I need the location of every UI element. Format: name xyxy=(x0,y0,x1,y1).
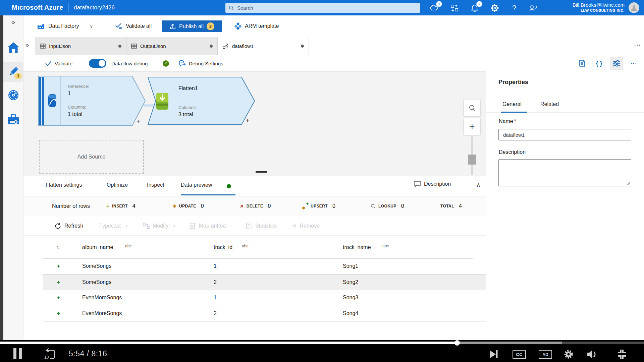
script-button[interactable] xyxy=(575,57,588,70)
skip-next-icon xyxy=(488,349,498,359)
remove-button[interactable]: ✕ Remove xyxy=(292,216,320,236)
statistics-button[interactable]: Statistics xyxy=(246,216,277,236)
exit-fullscreen-button[interactable] xyxy=(616,349,627,360)
validate-button[interactable]: Validate xyxy=(45,55,72,71)
help-button[interactable]: ? xyxy=(509,3,519,13)
modify-button[interactable]: Modify ∨ xyxy=(143,216,176,236)
table-row[interactable]: + EvenMoreSongs 2 Song4 xyxy=(43,306,497,322)
properties-title: Properties xyxy=(498,79,528,86)
tab-label: InputJson xyxy=(49,43,71,49)
tab-inputjson[interactable]: InputJson xyxy=(35,37,126,55)
debug-ready-indicator: ✓ xyxy=(163,55,169,71)
rewind-10-button[interactable]: 10 xyxy=(43,348,56,360)
avatar[interactable] xyxy=(629,2,639,13)
description-toggle-button[interactable]: Description xyxy=(414,181,451,187)
tab-optimize[interactable]: Optimize xyxy=(107,182,128,188)
collapse-panel-chevron[interactable]: ∧ xyxy=(476,181,480,188)
tab-inspect[interactable]: Inspect xyxy=(147,182,164,188)
closed-captions-button[interactable]: CC xyxy=(513,350,526,359)
tab-dataflow1[interactable]: dataflow1 xyxy=(218,37,309,55)
canvas-search-button[interactable] xyxy=(464,100,480,116)
audio-description-button[interactable]: AD xyxy=(539,350,552,359)
zoom-slider-thumb[interactable] xyxy=(468,155,476,165)
source-dataset-icon xyxy=(48,94,56,107)
refresh-button[interactable]: Refresh xyxy=(54,216,83,236)
dataflow-canvas[interactable]: Reference: 1 Columns: 1 total + Flatten1… xyxy=(23,71,486,176)
map-drifted-button[interactable]: Map drifted xyxy=(189,216,226,236)
toolbar-more-button[interactable]: ⋯ xyxy=(627,57,641,70)
tab-flatten-settings[interactable]: Flatten settings xyxy=(46,182,82,188)
chevron-down-icon: ∨ xyxy=(125,224,128,228)
tab-related[interactable]: Related xyxy=(540,101,559,107)
insert-row-icon: + xyxy=(57,263,60,269)
dataflow-debug-toggle[interactable] xyxy=(89,59,106,68)
column-header-track-name[interactable]: track_name xyxy=(343,244,371,250)
dataflow-right-tools: { } ⋯ xyxy=(575,55,641,71)
sort-icon[interactable]: ↑↓ xyxy=(56,244,59,250)
player-settings-button[interactable] xyxy=(564,349,574,359)
tab-bar-more-icon[interactable]: ⋯ xyxy=(634,41,641,49)
flatten-node[interactable]: Flatten1 Columns: 3 total + xyxy=(148,77,255,125)
name-input[interactable] xyxy=(498,129,631,140)
global-search[interactable] xyxy=(225,3,420,13)
data-factory-icon xyxy=(37,22,45,30)
x-icon: ✕ xyxy=(292,223,297,229)
azure-brand[interactable]: Microsoft Azure xyxy=(12,4,63,11)
table-row[interactable]: + SomeSongs 2 Song2 xyxy=(43,275,497,290)
progress-track[interactable] xyxy=(0,342,644,344)
sidebar-expand-button[interactable]: » xyxy=(3,15,23,29)
delete-value: 0 xyxy=(268,203,271,209)
tab-general[interactable]: General xyxy=(502,101,522,107)
factory-resource-menu[interactable]: Data Factory ∨ xyxy=(37,15,93,37)
settings-sliders-button[interactable] xyxy=(610,57,623,70)
cell-track-name: Song2 xyxy=(343,279,358,285)
tab-data-preview[interactable]: Data preview xyxy=(181,182,212,188)
canvas-zoom-in-button[interactable]: + xyxy=(464,118,480,135)
cc-label: CC xyxy=(516,352,523,357)
validate-all-button[interactable]: Validate all xyxy=(115,15,152,37)
column-type-badge: abc xyxy=(125,244,131,248)
table-row[interactable]: + SomeSongs 1 Song1 xyxy=(43,259,497,275)
columns-label: Columns: xyxy=(178,105,197,110)
code-view-button[interactable]: { } xyxy=(592,57,606,70)
notifications-button[interactable]: 2 xyxy=(470,3,480,13)
add-transformation-button[interactable]: + xyxy=(136,118,140,125)
sidebar-item-manage[interactable] xyxy=(3,109,23,129)
typecast-button[interactable]: Typecast ∨ xyxy=(99,216,128,236)
add-transformation-button[interactable]: + xyxy=(246,117,250,124)
settings-button[interactable] xyxy=(490,3,500,13)
column-header-album-name[interactable]: album_name xyxy=(82,244,113,250)
table-row[interactable]: + EvenMoreSongs 1 Song3 xyxy=(43,290,497,306)
next-video-button[interactable] xyxy=(488,349,498,359)
tab-outputjson[interactable]: OutputJson xyxy=(126,37,218,55)
tabs-overflow-chevron[interactable]: » xyxy=(25,42,29,49)
description-textarea[interactable] xyxy=(498,159,631,186)
source-node-shape xyxy=(38,76,146,126)
source-node[interactable]: Reference: 1 Columns: 1 total + xyxy=(38,76,146,126)
volume-button[interactable] xyxy=(586,349,598,360)
canvas-hscrollbar-thumb[interactable] xyxy=(256,171,267,173)
comment-icon xyxy=(414,181,421,187)
switch-directory-button[interactable] xyxy=(449,3,460,13)
pause-button[interactable] xyxy=(13,348,22,359)
account-button[interactable]: Bill.Brooks@llwinc.com LLW CONSULTING IN… xyxy=(573,2,625,13)
cloud-shell-button[interactable]: 1 xyxy=(429,3,439,13)
chevron-down-icon: ∨ xyxy=(90,24,93,29)
sidebar-item-monitor[interactable] xyxy=(3,85,23,105)
publish-all-button[interactable]: Publish all 3 xyxy=(162,20,222,32)
description-field-label: Description xyxy=(499,149,526,155)
reference-value: 1 xyxy=(68,90,71,97)
sidebar-item-author[interactable]: 3 xyxy=(3,62,23,82)
dataflow-toolbar: Validate Data flow debug ✓ Debug Setting… xyxy=(23,55,644,71)
search-input[interactable] xyxy=(237,5,417,11)
add-source-dropzone[interactable]: Add Source xyxy=(39,140,144,174)
progress-handle[interactable] xyxy=(454,340,460,346)
debug-settings-button[interactable]: Debug Settings xyxy=(178,55,223,71)
column-header-track-id[interactable]: track_id xyxy=(214,244,232,250)
debug-database-icon xyxy=(178,60,186,67)
sidebar-item-home[interactable] xyxy=(3,38,23,58)
feedback-button[interactable] xyxy=(528,3,538,13)
publish-count-badge: 3 xyxy=(207,22,214,30)
columns-value: 3 total xyxy=(178,112,193,118)
arm-template-menu[interactable]: ARM template xyxy=(234,15,279,37)
